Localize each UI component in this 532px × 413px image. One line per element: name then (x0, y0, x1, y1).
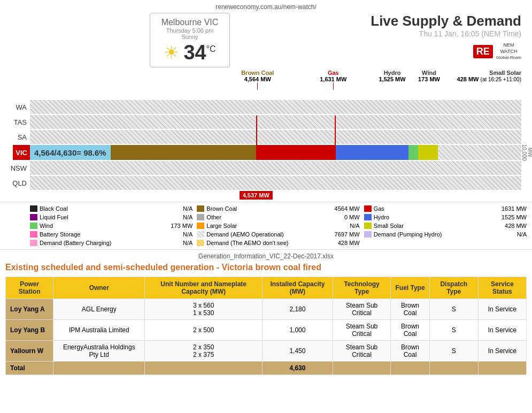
legend-liquid-fuel-icon (30, 214, 37, 220)
legend-gas: Gas 1631 MW (364, 205, 527, 212)
bar-labels-area: Brown Coal 4,564 MW Gas 1,631 MW Hydro 1… (30, 70, 521, 99)
station-loy-yang-b: Loy Yang B (6, 320, 53, 341)
legend-wind-val: 173 MW (171, 223, 192, 229)
legend-black-coal-val: N/A (183, 205, 192, 212)
sa-row: SA (0, 130, 532, 144)
tas-bar (30, 115, 521, 129)
live-title-text: Live Supply & Demand (371, 13, 521, 29)
vic-bar-outer: 4,564/4,630= 98.6% (30, 145, 521, 160)
owner-loy-yang-a: AGL Energy (53, 299, 145, 320)
units-loy-yang-a: 3 x 5601 x 530 (145, 299, 263, 320)
qld-marker-label: 4,537 MW (240, 191, 273, 200)
vic-hydro (335, 145, 408, 160)
re-logo: RE (473, 45, 493, 58)
legend-grid: Black Coal N/A Brown Coal 4564 MW Gas 16… (30, 205, 527, 246)
total-units (145, 362, 263, 375)
nsw-row: NSW (0, 161, 532, 175)
table-body: Loy Yang A AGL Energy 3 x 5601 x 530 2,1… (6, 299, 527, 375)
bar-label-wind: Wind 173 MW (418, 70, 440, 82)
col-status: Service Status (478, 277, 526, 299)
vic-label: VIC (13, 145, 30, 160)
legend-hydro: Hydro 1525 MW (364, 214, 527, 220)
legend-small-solar: Small Solar 428 MW (364, 223, 527, 229)
legend: Black Coal N/A Brown Coal 4564 MW Gas 16… (0, 202, 532, 249)
legend-gas-label: Gas (374, 205, 384, 212)
units-yallourn: 2 x 3502 x 375 (145, 341, 263, 362)
brown-coal-line (256, 116, 257, 160)
qld-marker: 4,537 MW (240, 191, 273, 200)
tas-row: TAS (0, 115, 532, 129)
installed-loy-yang-b: 1,000 (263, 320, 333, 341)
fuel-loy-yang-b: Brown Coal (391, 320, 429, 341)
legend-small-solar-icon (364, 223, 372, 229)
legend-wind: Wind 173 MW (30, 223, 192, 229)
vic-row: VIC 4,564/4,630= 98.6% 10,000 MW (0, 145, 532, 160)
legend-battery-storage: Battery Storage N/A (30, 231, 192, 238)
table-row: Loy Yang B IPM Australia Limited 2 x 500… (6, 320, 527, 341)
col-tech: Technology Type (333, 277, 391, 299)
legend-small-solar-label: Small Solar (374, 223, 404, 229)
nsw-label: NSW (0, 164, 30, 172)
qld-row: QLD 4,537 MW (0, 176, 532, 190)
total-installed: 4,630 (263, 362, 333, 375)
col-fuel: Fuel Type (391, 277, 429, 299)
legend-gas-icon (364, 205, 372, 212)
legend-other: Other 0 MW (197, 214, 359, 220)
header-row: Melbourne VIC Thursday 5:00 pm Sunny ☀ 3… (0, 13, 532, 67)
total-label: Total (6, 362, 53, 375)
qld-label: QLD (0, 179, 30, 187)
sa-bar (30, 130, 521, 144)
weather-city: Melbourne VIC (159, 18, 221, 27)
legend-demand-aemo-val: 7697 MW (335, 231, 360, 238)
legend-battery-charging: Demand (Battery Charging) N/A (30, 240, 192, 246)
col-station: Power Station (6, 277, 53, 299)
bar-label-hydro: Hydro 1,525 MW (379, 70, 405, 82)
status-yallourn: In Service (478, 341, 526, 362)
legend-large-solar: Large Solar N/A (197, 223, 359, 229)
legend-pumping-hydro: Demand (Pumping Hydro) N/A (364, 231, 527, 238)
legend-large-solar-val: N/A (350, 223, 359, 229)
col-units: Unit Number and Nameplate Capacity (MW) (145, 277, 263, 299)
legend-pumping-hydro-label: Demand (Pumping Hydro) (374, 231, 442, 238)
live-subtitle: Thu 11 Jan, 16:05 (NEM Time) (371, 29, 521, 38)
legend-hydro-icon (364, 214, 372, 220)
weather-time: Thursday 5:00 pm (159, 27, 221, 34)
legend-demand-aemo-icon (197, 231, 204, 238)
legend-black-coal-label: Black Coal (40, 205, 68, 212)
installed-yallourn: 1,450 (263, 341, 333, 362)
tech-loy-yang-b: Steam Sub Critical (333, 320, 391, 341)
status-loy-yang-a: In Service (478, 299, 526, 320)
legend-battery-icon (30, 231, 37, 238)
site-url: reneweconomy.com.au/nem-watch/ (0, 0, 532, 13)
legend-hydro-label: Hydro (374, 214, 389, 220)
legend-battery-charging-val: N/A (183, 240, 192, 246)
file-reference: Generation_Information_VIC_22-Dec-2017.x… (0, 249, 532, 263)
total-tech (333, 362, 391, 375)
legend-large-solar-label: Large Solar (206, 223, 237, 229)
total-status (478, 362, 526, 375)
legend-pumping-hydro-icon (364, 231, 372, 238)
station-loy-yang-a: Loy Yang A (6, 299, 53, 320)
legend-liquid-fuel: Liquid Fuel N/A (30, 214, 192, 220)
legend-other-icon (197, 214, 204, 220)
legend-aemo-dont-see: Demand (The AEMO don't see) 428 MW (197, 240, 359, 246)
fuel-loy-yang-a: Brown Coal (391, 299, 429, 320)
legend-black-coal-icon (30, 205, 37, 212)
vic-percentage: 4,564/4,630= 98.6% (30, 145, 111, 160)
legend-gas-val: 1631 MW (502, 205, 527, 212)
vic-solar (418, 145, 438, 160)
tech-loy-yang-a: Steam Sub Critical (333, 299, 391, 320)
bar-label-brown-coal: Brown Coal 4,564 MW (241, 70, 274, 90)
total-fuel (391, 362, 429, 375)
vic-wind (408, 145, 418, 160)
chart-area: Brown Coal 4,564 MW Gas 1,631 MW Hydro 1… (0, 70, 532, 190)
legend-brown-coal-icon (197, 205, 204, 212)
vic-label-area: VIC (0, 145, 30, 160)
legend-battery-label: Battery Storage (40, 231, 80, 238)
bar-label-small-solar: Small Solar 428 MW (at 16:25 +11:00) (457, 70, 521, 82)
legend-aemo-dont-see-icon (197, 240, 204, 246)
sun-icon: ☀ (164, 42, 179, 63)
col-owner: Owner (53, 277, 145, 299)
tas-label: TAS (0, 118, 30, 126)
wa-label: WA (0, 103, 30, 111)
